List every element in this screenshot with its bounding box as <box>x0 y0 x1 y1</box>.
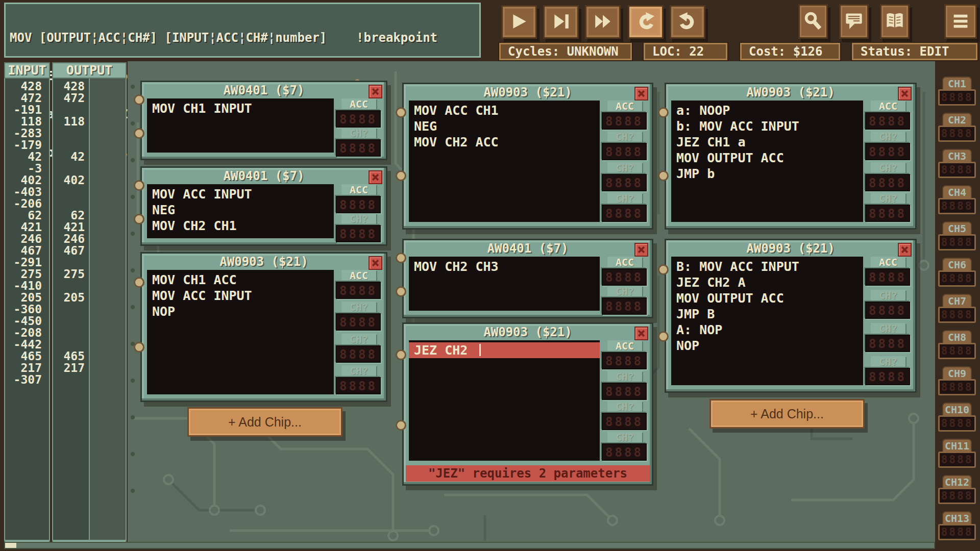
channel-tab[interactable]: CH1 <box>942 77 972 89</box>
channel-tab[interactable]: CH5 <box>942 221 972 234</box>
code-line[interactable]: MOV ACC CH1 <box>414 103 595 118</box>
chip-code-editor[interactable]: MOV CH1 ACCMOV ACC INPUTNOP <box>147 270 334 394</box>
channel-tab[interactable]: CH4 <box>942 185 972 198</box>
code-line[interactable]: MOV CH1 ACC <box>152 272 329 288</box>
close-icon[interactable] <box>898 87 912 101</box>
code-line[interactable]: JMP B <box>676 306 858 322</box>
chip-code-editor[interactable]: MOV CH1 INPUT <box>147 98 334 153</box>
code-line[interactable]: b: MOV ACC INPUT <box>676 118 858 134</box>
register-display: ACC8888 <box>336 270 382 299</box>
instruction-reference-panel: MOV [OUTPUT¦ACC¦CH#] [INPUT¦ACC¦CH#¦numb… <box>4 3 481 58</box>
menu-button[interactable] <box>944 4 977 39</box>
channel-tab[interactable]: CH2 <box>942 113 972 126</box>
code-line[interactable]: JEZ CH2 <box>409 342 600 358</box>
chip-title[interactable]: AW0903 ($21) <box>142 254 386 269</box>
ch-label: CH? <box>341 365 376 376</box>
register-display: ACC8888 <box>865 101 911 130</box>
code-line[interactable]: JEZ CH2 A <box>676 274 858 290</box>
code-line[interactable]: a: NOOP <box>676 103 858 118</box>
code-line[interactable]: NOP <box>676 338 858 354</box>
seven-segment-display: 8888 <box>336 313 381 331</box>
code-line[interactable]: B: MOV ACC INPUT <box>676 259 858 274</box>
channel-tab[interactable]: CH3 <box>942 149 972 162</box>
code-line[interactable]: NOP <box>152 304 329 319</box>
game-screen: MOV [OUTPUT¦ACC¦CH#] [INPUT¦ACC¦CH#¦numb… <box>0 0 980 551</box>
ch-label: CH? <box>341 302 376 312</box>
chip-code-editor[interactable]: MOV ACC INPUTNEGMOV CH2 CH1 <box>147 184 334 238</box>
channel-display: 8888 <box>938 198 976 214</box>
chip-code-editor[interactable]: B: MOV ACC INPUTJEZ CH2 AMOV OUTPUT ACCJ… <box>671 257 863 385</box>
register-display: ACC8888 <box>336 98 382 128</box>
output-value: 421 <box>53 221 89 233</box>
chip-code-editor[interactable]: JEZ CH2 <box>409 340 600 461</box>
fast-forward-button[interactable] <box>585 5 621 39</box>
scrollbar-thumb[interactable] <box>5 543 16 548</box>
code-line[interactable]: MOV CH2 CH1 <box>152 218 329 234</box>
input-value: -360 <box>5 304 49 315</box>
channel-tab[interactable]: CH6 <box>942 258 972 270</box>
acc-label: ACC <box>341 98 376 109</box>
input-value: -410 <box>5 280 49 292</box>
channel-tab[interactable]: CH13 <box>942 511 972 524</box>
input-value: 205 <box>5 292 49 304</box>
close-icon[interactable] <box>898 243 912 257</box>
chip-title[interactable]: AW0401 ($7) <box>142 82 386 97</box>
close-icon[interactable] <box>634 327 648 340</box>
close-icon[interactable] <box>369 170 382 184</box>
play-button[interactable] <box>501 5 537 39</box>
search-button[interactable] <box>798 4 828 39</box>
acc-label: ACC <box>871 101 905 111</box>
input-value: -403 <box>5 186 49 198</box>
chip-register-panel: ACC8888CH?8888CH?8888CH?8888 <box>336 270 382 394</box>
channel-tab[interactable]: CH11 <box>942 439 972 452</box>
channel-tab[interactable]: CH8 <box>942 330 972 343</box>
seven-segment-display: 8888 <box>336 345 381 363</box>
code-line[interactable]: MOV OUTPUT ACC <box>676 290 858 306</box>
channel-tab[interactable]: CH10 <box>942 403 972 415</box>
step-button[interactable] <box>543 5 579 39</box>
chip-title[interactable]: AW0903 ($21) <box>666 240 915 256</box>
close-icon[interactable] <box>634 87 648 101</box>
code-line[interactable]: MOV OUTPUT ACC <box>676 150 858 166</box>
channel-tab[interactable]: CH7 <box>942 294 972 307</box>
channel-tab[interactable]: CH9 <box>942 366 972 379</box>
code-line[interactable]: MOV ACC INPUT <box>152 186 329 202</box>
code-line[interactable]: A: NOP <box>676 322 858 338</box>
chip-code-editor[interactable]: a: NOOPb: MOV ACC INPUTJEZ CH1 aMOV OUTP… <box>671 101 863 222</box>
chip-title[interactable]: AW0401 ($7) <box>142 168 386 183</box>
chat-button[interactable] <box>839 4 869 39</box>
input-value: -206 <box>5 198 49 210</box>
redo-button[interactable] <box>670 5 705 39</box>
chip-code-editor[interactable]: MOV CH2 CH3 <box>409 257 600 311</box>
code-line[interactable]: JEZ CH1 a <box>676 134 858 150</box>
channel-tab[interactable]: CH12 <box>942 475 972 488</box>
seven-segment-display: 8888 <box>602 268 647 286</box>
ch-label: CH? <box>607 286 642 296</box>
close-icon[interactable] <box>369 85 382 98</box>
code-line[interactable]: NEG <box>414 118 595 134</box>
chip-title[interactable]: AW0401 ($7) <box>404 240 652 256</box>
close-icon[interactable] <box>369 256 382 270</box>
add-chip-button[interactable]: + Add Chip... <box>709 399 865 429</box>
channel-display: 8888 <box>938 488 976 504</box>
code-line[interactable]: NEG <box>152 202 329 218</box>
chip-title[interactable]: AW0903 ($21) <box>666 84 915 99</box>
close-icon[interactable] <box>634 243 648 257</box>
chip-title[interactable]: AW0903 ($21) <box>404 324 652 339</box>
seven-segment-display: 8888 <box>602 174 647 191</box>
code-line[interactable]: MOV CH2 ACC <box>414 134 595 150</box>
seven-segment-display: 8888 <box>865 335 910 352</box>
chip-code-editor[interactable]: MOV ACC CH1NEGMOV CH2 ACC <box>409 101 600 222</box>
code-line[interactable]: MOV ACC INPUT <box>152 288 329 304</box>
code-line[interactable]: JMP b <box>676 166 858 182</box>
reference-line: MOV [OUTPUT¦ACC¦CH#] [INPUT¦ACC¦CH#¦numb… <box>10 32 475 44</box>
chip-title[interactable]: AW0903 ($21) <box>404 84 652 99</box>
seven-segment-display: 8888 <box>336 110 381 128</box>
add-chip-button[interactable]: + Add Chip... <box>187 407 342 437</box>
code-line[interactable]: MOV CH2 CH3 <box>414 259 595 274</box>
manual-button[interactable] <box>880 4 910 39</box>
undo-button[interactable] <box>628 5 664 39</box>
register-display: CH?8888 <box>336 128 382 157</box>
code-line[interactable]: MOV CH1 INPUT <box>152 101 329 116</box>
horizontal-scrollbar[interactable] <box>4 542 935 549</box>
